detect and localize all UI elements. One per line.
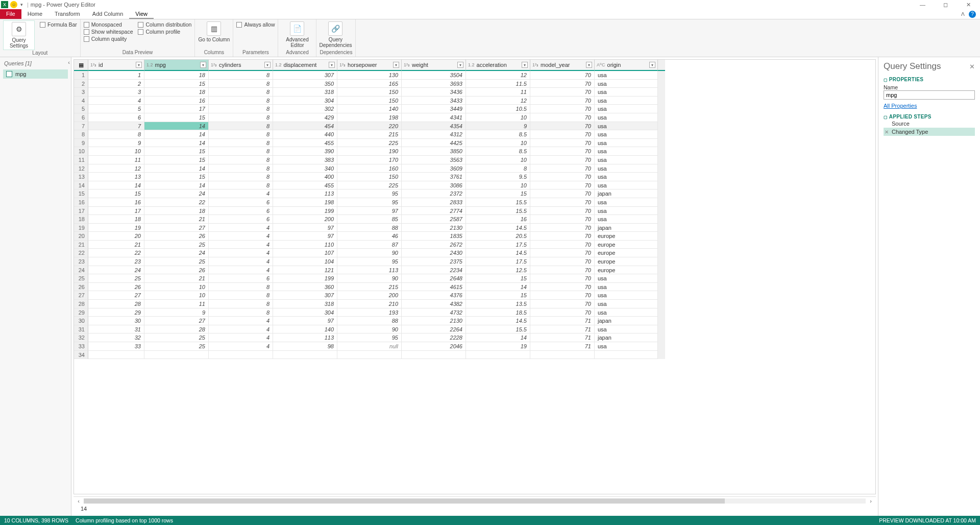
scroll-right-icon[interactable]: ›: [866, 498, 876, 504]
cell[interactable]: 302: [273, 105, 337, 113]
cell[interactable]: 8: [209, 130, 273, 139]
cell[interactable]: 27: [144, 224, 209, 232]
cell[interactable]: 11.5: [466, 80, 530, 88]
cell[interactable]: 71: [530, 317, 595, 325]
cell[interactable]: 21: [144, 274, 209, 283]
cell[interactable]: 18: [88, 215, 144, 224]
cell[interactable]: 160: [337, 164, 402, 173]
filter-dropdown-icon[interactable]: ▾: [393, 62, 399, 68]
cell[interactable]: 8: [209, 97, 273, 105]
vscroll-track[interactable]: [658, 198, 665, 207]
cell[interactable]: 150: [337, 97, 402, 105]
cell[interactable]: 8: [209, 113, 273, 122]
cell[interactable]: 97: [273, 317, 337, 325]
cell[interactable]: 4: [209, 333, 273, 342]
cell[interactable]: 22: [88, 249, 144, 257]
cell[interactable]: 13.5: [466, 300, 530, 308]
cell[interactable]: usa: [595, 325, 658, 334]
row-header[interactable]: 17: [74, 207, 88, 216]
cell[interactable]: 3086: [402, 181, 466, 190]
cell[interactable]: japan: [595, 224, 658, 232]
cell[interactable]: 4: [209, 317, 273, 325]
row-header[interactable]: 33: [74, 342, 88, 351]
vscroll-track[interactable]: [658, 232, 665, 241]
tab-add-column[interactable]: Add Column: [86, 9, 130, 19]
row-header[interactable]: 14: [74, 181, 88, 190]
cell[interactable]: 97: [273, 232, 337, 241]
type-icon[interactable]: 1.2: [146, 62, 153, 67]
chk-always-allow[interactable]: Always allow: [236, 21, 275, 28]
qat-dropdown-icon[interactable]: ▾: [20, 2, 23, 7]
row-header[interactable]: 22: [74, 249, 88, 257]
cell[interactable]: 6: [88, 113, 144, 122]
step-changed-type[interactable]: ✕Changed Type: [884, 128, 975, 136]
cell[interactable]: 429: [273, 113, 337, 122]
cell[interactable]: 15: [144, 173, 209, 181]
cell[interactable]: 2648: [402, 274, 466, 283]
cell[interactable]: 70: [530, 164, 595, 173]
cell[interactable]: 198: [273, 198, 337, 207]
row-header[interactable]: 9: [74, 139, 88, 148]
cell[interactable]: 24: [144, 249, 209, 257]
cell[interactable]: 383: [273, 156, 337, 164]
cell[interactable]: 4615: [402, 283, 466, 292]
cell[interactable]: 15: [144, 147, 209, 156]
row-header[interactable]: 18: [74, 215, 88, 224]
cell[interactable]: 198: [337, 113, 402, 122]
cell[interactable]: 4: [209, 232, 273, 241]
cell[interactable]: 22: [144, 198, 209, 207]
cell[interactable]: 14.5: [466, 249, 530, 257]
cell[interactable]: 70: [530, 257, 595, 266]
cell[interactable]: 17: [88, 207, 144, 216]
cell[interactable]: 113: [273, 333, 337, 342]
row-header[interactable]: 1: [74, 71, 88, 80]
vscroll-track[interactable]: [658, 317, 665, 325]
cell[interactable]: 9: [88, 139, 144, 148]
row-header[interactable]: 23: [74, 257, 88, 266]
cell[interactable]: 13: [88, 173, 144, 181]
cell[interactable]: 2372: [402, 189, 466, 198]
cell[interactable]: europe: [595, 249, 658, 257]
cell[interactable]: 2587: [402, 215, 466, 224]
cell[interactable]: 95: [337, 333, 402, 342]
cell[interactable]: 10: [144, 283, 209, 292]
cell[interactable]: 10: [466, 139, 530, 148]
row-header[interactable]: 13: [74, 173, 88, 181]
cell[interactable]: 307: [273, 291, 337, 300]
cell[interactable]: 10: [88, 147, 144, 156]
cell[interactable]: 6: [209, 274, 273, 283]
status-profiling[interactable]: Column profiling based on top 1000 rows: [76, 517, 173, 523]
cell[interactable]: 2130: [402, 317, 466, 325]
row-header[interactable]: 25: [74, 274, 88, 283]
type-icon[interactable]: 1²₃: [532, 62, 538, 67]
cell[interactable]: 7: [88, 122, 144, 131]
table-corner[interactable]: ▦: [74, 60, 88, 71]
row-header[interactable]: 3: [74, 88, 88, 97]
row-header[interactable]: 27: [74, 291, 88, 300]
cell[interactable]: 4: [209, 189, 273, 198]
chk-monospaced[interactable]: Monospaced: [84, 21, 133, 28]
cell[interactable]: 340: [273, 164, 337, 173]
type-icon[interactable]: 1.2: [468, 62, 475, 67]
chk-column-profile[interactable]: Column profile: [138, 29, 191, 35]
cell[interactable]: 27: [144, 317, 209, 325]
cell[interactable]: 3693: [402, 80, 466, 88]
cell[interactable]: 87: [337, 241, 402, 249]
cell[interactable]: 307: [273, 71, 337, 80]
cell[interactable]: 4: [209, 249, 273, 257]
chk-column-distribution[interactable]: Column distribution: [138, 21, 191, 28]
row-header[interactable]: 6: [74, 113, 88, 122]
cell[interactable]: 12: [88, 164, 144, 173]
cell[interactable]: 70: [530, 266, 595, 275]
vscroll-track[interactable]: [658, 351, 665, 360]
cell[interactable]: 14: [144, 164, 209, 173]
cell[interactable]: 8.5: [466, 130, 530, 139]
vscroll-track[interactable]: [658, 130, 665, 139]
col-model_year[interactable]: 1²₃model_year▾: [530, 60, 595, 71]
cell[interactable]: [595, 351, 658, 360]
row-header[interactable]: 11: [74, 156, 88, 164]
cell[interactable]: 8: [209, 147, 273, 156]
cell[interactable]: 2375: [402, 257, 466, 266]
vscroll-track[interactable]: [658, 291, 665, 300]
cell[interactable]: usa: [595, 308, 658, 317]
